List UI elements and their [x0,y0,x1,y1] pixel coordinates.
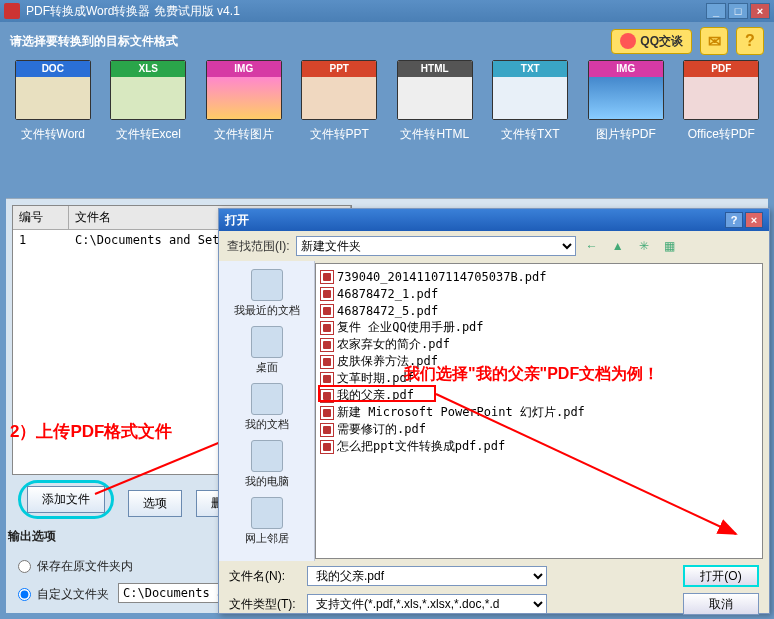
place-label: 网上邻居 [245,531,289,546]
back-icon[interactable]: ← [582,236,602,256]
col-number: 编号 [13,206,69,229]
dialog-title: 打开 [225,212,249,229]
pdf-icon [320,304,334,318]
pdf-icon [320,321,334,335]
add-file-highlight: 添加文件 [18,480,114,519]
file-name: 怎么把ppt文件转换成pdf.pdf [337,438,505,455]
close-button[interactable]: × [750,3,770,19]
options-button[interactable]: 选项 [128,490,182,517]
place-1[interactable]: 桌面 [249,324,285,377]
pdf-icon [320,355,334,369]
output-header: 输出选项 [8,528,56,545]
format-tiles: DOC文件转WordXLS文件转ExcelIMG文件转图片PPT文件转PPTHT… [0,60,774,157]
radio-keep-input[interactable] [18,560,31,573]
file-name: 新建 Microsoft PowerPoint 幻灯片.pdf [337,404,585,421]
add-file-button[interactable]: 添加文件 [27,486,105,513]
tile-label: 图片转PDF [596,126,656,143]
annotation-select: 我们选择"我的父亲"PDF文档为例！ [404,364,659,385]
format-tile-6[interactable]: IMG图片转PDF [587,60,665,143]
tile-label: 文件转Word [21,126,85,143]
pdf-icon [320,287,334,301]
radio-custom-folder[interactable]: 自定义文件夹 [18,586,109,603]
lookin-select[interactable]: 新建文件夹 [296,236,576,256]
file-list: 739040_20141107114705037B.pdf46878472_1.… [315,263,763,559]
place-label: 我的电脑 [245,474,289,489]
format-tile-2[interactable]: IMG文件转图片 [205,60,283,143]
place-2[interactable]: 我的文档 [243,381,291,434]
lookin-label: 查找范围(I): [227,238,290,255]
maximize-button[interactable]: □ [728,3,748,19]
place-label: 我的文档 [245,417,289,432]
qq-chat-button[interactable]: QQ交谈 [611,29,692,54]
prompt-row: 请选择要转换到的目标文件格式 QQ交谈 ✉ ? [0,22,774,60]
file-item[interactable]: 46878472_1.pdf [320,285,758,302]
dialog-toolbar: 查找范围(I): 新建文件夹 ← ▲ ✳ ▦ [219,231,769,261]
place-icon [251,497,283,529]
tile-label: Office转PDF [688,126,755,143]
dialog-titlebar: 打开 ? × [219,209,769,231]
tile-label: 文件转PPT [310,126,369,143]
prompt-text: 请选择要转换到的目标文件格式 [10,33,178,50]
annotation-upload: 2）上传PDF格式文件 [10,420,172,443]
file-item[interactable]: 复件 企业QQ使用手册.pdf [320,319,758,336]
radio-keep-folder[interactable]: 保存在原文件夹内 [18,558,133,575]
app-title: PDF转换成Word转换器 免费试用版 v4.1 [26,3,704,20]
pdf-icon [320,406,334,420]
messages-button[interactable]: ✉ [700,27,728,55]
place-icon [251,440,283,472]
app-titlebar: PDF转换成Word转换器 免费试用版 v4.1 _ □ × [0,0,774,22]
file-name: 农家弃女的简介.pdf [337,336,450,353]
new-folder-icon[interactable]: ✳ [634,236,654,256]
app-icon [4,3,20,19]
open-button[interactable]: 打开(O) [683,565,759,587]
place-3[interactable]: 我的电脑 [243,438,291,491]
open-dialog: 打开 ? × 查找范围(I): 新建文件夹 ← ▲ ✳ ▦ 我最近的文档桌面我的… [218,208,770,614]
file-item[interactable]: 农家弃女的简介.pdf [320,336,758,353]
format-tile-1[interactable]: XLS文件转Excel [110,60,188,143]
place-label: 我最近的文档 [234,303,300,318]
file-item[interactable]: 怎么把ppt文件转换成pdf.pdf [320,438,758,455]
tile-label: 文件转图片 [214,126,274,143]
place-icon [251,383,283,415]
radio-custom-input[interactable] [18,588,31,601]
file-item[interactable]: 需要修订的.pdf [320,421,758,438]
file-name: 46878472_1.pdf [337,287,438,301]
qq-icon [620,33,636,49]
pdf-icon [320,372,334,386]
filetype-label: 文件类型(T): [229,596,299,613]
filetype-select[interactable]: 支持文件(*.pdf,*.xls,*.xlsx,*.doc,*.d [307,594,547,614]
pdf-icon [320,440,334,454]
place-4[interactable]: 网上邻居 [243,495,291,548]
format-tile-0[interactable]: DOC文件转Word [14,60,92,143]
format-tile-5[interactable]: TXT文件转TXT [492,60,570,143]
tile-label: 文件转Excel [116,126,181,143]
dialog-close-button[interactable]: × [745,212,763,228]
format-tile-4[interactable]: HTML文件转HTML [396,60,474,143]
file-name: 需要修订的.pdf [337,421,426,438]
help-button[interactable]: ? [736,27,764,55]
selection-highlight [318,385,436,402]
format-tile-7[interactable]: PDFOffice转PDF [683,60,761,143]
tile-label: 文件转HTML [400,126,469,143]
file-item[interactable]: 739040_20141107114705037B.pdf [320,268,758,285]
filename-field[interactable]: 我的父亲.pdf [307,566,547,586]
qq-label: QQ交谈 [640,33,683,50]
cancel-button[interactable]: 取消 [683,593,759,615]
pdf-icon [320,270,334,284]
place-0[interactable]: 我最近的文档 [232,267,302,320]
tile-label: 文件转TXT [501,126,560,143]
filename-label: 文件名(N): [229,568,299,585]
views-icon[interactable]: ▦ [660,236,680,256]
place-icon [251,326,283,358]
minimize-button[interactable]: _ [706,3,726,19]
dialog-help-button[interactable]: ? [725,212,743,228]
file-name: 46878472_5.pdf [337,304,438,318]
file-item[interactable]: 46878472_5.pdf [320,302,758,319]
file-item[interactable]: 新建 Microsoft PowerPoint 幻灯片.pdf [320,404,758,421]
places-bar: 我最近的文档桌面我的文档我的电脑网上邻居 [219,261,315,561]
up-icon[interactable]: ▲ [608,236,628,256]
file-name: 复件 企业QQ使用手册.pdf [337,319,484,336]
place-icon [251,269,283,301]
pdf-icon [320,338,334,352]
format-tile-3[interactable]: PPT文件转PPT [301,60,379,143]
